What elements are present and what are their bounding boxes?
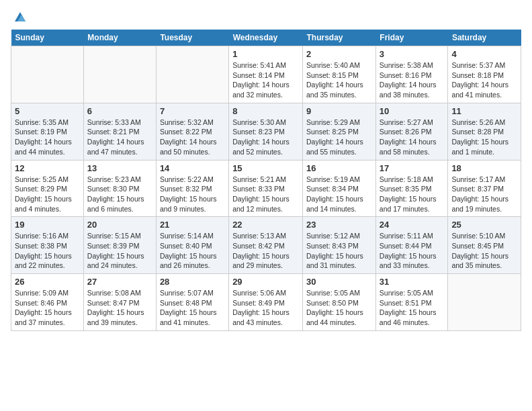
day-cell: 8Sunrise: 5:30 AMSunset: 8:23 PMDaylight…: [229, 103, 303, 160]
day-info: Sunrise: 5:11 AMSunset: 8:44 PMDaylight:…: [380, 231, 445, 271]
day-number: 20: [87, 220, 152, 230]
day-cell: [156, 46, 228, 103]
logo: [11, 8, 27, 24]
day-cell: 5Sunrise: 5:35 AMSunset: 8:19 PMDaylight…: [11, 103, 84, 160]
day-cell: 18Sunrise: 5:17 AMSunset: 8:37 PMDayligh…: [448, 160, 521, 217]
day-cell: 7Sunrise: 5:32 AMSunset: 8:22 PMDaylight…: [156, 103, 228, 160]
day-number: 5: [15, 106, 80, 116]
day-cell: 16Sunrise: 5:19 AMSunset: 8:34 PMDayligh…: [303, 160, 376, 217]
day-info: Sunrise: 5:38 AMSunset: 8:16 PMDaylight:…: [380, 60, 445, 100]
day-cell: 19Sunrise: 5:16 AMSunset: 8:38 PMDayligh…: [11, 217, 84, 274]
day-info: Sunrise: 5:26 AMSunset: 8:28 PMDaylight:…: [451, 118, 517, 157]
day-number: 18: [451, 163, 517, 173]
day-cell: 15Sunrise: 5:21 AMSunset: 8:33 PMDayligh…: [229, 160, 303, 217]
day-info: Sunrise: 5:30 AMSunset: 8:23 PMDaylight:…: [232, 118, 299, 157]
day-info: Sunrise: 5:22 AMSunset: 8:32 PMDaylight:…: [160, 175, 225, 214]
day-cell: 17Sunrise: 5:18 AMSunset: 8:35 PMDayligh…: [375, 160, 448, 217]
day-info: Sunrise: 5:32 AMSunset: 8:22 PMDaylight:…: [160, 118, 225, 157]
week-row: 19Sunrise: 5:16 AMSunset: 8:38 PMDayligh…: [11, 217, 521, 274]
day-cell: [83, 46, 156, 103]
day-cell: 27Sunrise: 5:08 AMSunset: 8:47 PMDayligh…: [83, 274, 156, 331]
day-number: 28: [160, 277, 225, 287]
day-info: Sunrise: 5:25 AMSunset: 8:29 PMDaylight:…: [15, 175, 80, 214]
day-cell: 9Sunrise: 5:29 AMSunset: 8:25 PMDaylight…: [303, 103, 376, 160]
day-cell: 20Sunrise: 5:15 AMSunset: 8:39 PMDayligh…: [83, 217, 156, 274]
logo-icon: [12, 9, 27, 24]
day-number: 25: [451, 220, 517, 230]
day-cell: 14Sunrise: 5:22 AMSunset: 8:32 PMDayligh…: [156, 160, 228, 217]
day-number: 11: [451, 106, 517, 116]
week-row: 12Sunrise: 5:25 AMSunset: 8:29 PMDayligh…: [11, 160, 521, 217]
day-info: Sunrise: 5:37 AMSunset: 8:18 PMDaylight:…: [451, 60, 517, 100]
day-number: 27: [87, 277, 152, 287]
day-number: 23: [306, 220, 372, 230]
day-number: 24: [380, 220, 445, 230]
day-info: Sunrise: 5:07 AMSunset: 8:48 PMDaylight:…: [160, 288, 225, 328]
day-number: 13: [87, 163, 152, 173]
day-cell: 3Sunrise: 5:38 AMSunset: 8:16 PMDaylight…: [375, 46, 448, 103]
day-cell: 1Sunrise: 5:41 AMSunset: 8:14 PMDaylight…: [229, 46, 303, 103]
day-cell: [11, 46, 84, 103]
day-cell: 21Sunrise: 5:14 AMSunset: 8:40 PMDayligh…: [156, 217, 228, 274]
day-number: 22: [232, 220, 299, 230]
day-info: Sunrise: 5:08 AMSunset: 8:47 PMDaylight:…: [87, 288, 152, 328]
day-info: Sunrise: 5:35 AMSunset: 8:19 PMDaylight:…: [15, 118, 80, 157]
weekday-header: Wednesday: [229, 30, 303, 46]
day-number: 2: [306, 49, 372, 59]
day-cell: 30Sunrise: 5:05 AMSunset: 8:50 PMDayligh…: [303, 274, 376, 331]
week-row: 5Sunrise: 5:35 AMSunset: 8:19 PMDaylight…: [11, 103, 521, 160]
day-info: Sunrise: 5:05 AMSunset: 8:51 PMDaylight:…: [380, 288, 445, 328]
weekday-header: Thursday: [303, 30, 376, 46]
day-cell: 12Sunrise: 5:25 AMSunset: 8:29 PMDayligh…: [11, 160, 84, 217]
day-number: 29: [232, 277, 299, 287]
day-info: Sunrise: 5:05 AMSunset: 8:50 PMDaylight:…: [306, 288, 372, 328]
day-number: 14: [160, 163, 225, 173]
day-info: Sunrise: 5:33 AMSunset: 8:21 PMDaylight:…: [87, 118, 152, 157]
day-info: Sunrise: 5:19 AMSunset: 8:34 PMDaylight:…: [306, 175, 372, 214]
day-cell: 29Sunrise: 5:06 AMSunset: 8:49 PMDayligh…: [229, 274, 303, 331]
day-number: 21: [160, 220, 225, 230]
day-cell: 10Sunrise: 5:27 AMSunset: 8:26 PMDayligh…: [375, 103, 448, 160]
day-info: Sunrise: 5:10 AMSunset: 8:45 PMDaylight:…: [451, 231, 517, 271]
day-cell: 2Sunrise: 5:40 AMSunset: 8:15 PMDaylight…: [303, 46, 376, 103]
day-info: Sunrise: 5:14 AMSunset: 8:40 PMDaylight:…: [160, 231, 225, 271]
day-info: Sunrise: 5:29 AMSunset: 8:25 PMDaylight:…: [306, 118, 372, 157]
day-number: 31: [380, 277, 445, 287]
week-row: 26Sunrise: 5:09 AMSunset: 8:46 PMDayligh…: [11, 274, 521, 331]
page: SundayMondayTuesdayWednesdayThursdayFrid…: [0, 0, 532, 338]
day-cell: 28Sunrise: 5:07 AMSunset: 8:48 PMDayligh…: [156, 274, 228, 331]
day-number: 9: [306, 106, 372, 116]
day-number: 3: [380, 49, 445, 59]
day-cell: 13Sunrise: 5:23 AMSunset: 8:30 PMDayligh…: [83, 160, 156, 217]
day-number: 10: [380, 106, 445, 116]
day-number: 16: [306, 163, 372, 173]
day-cell: 22Sunrise: 5:13 AMSunset: 8:42 PMDayligh…: [229, 217, 303, 274]
day-info: Sunrise: 5:09 AMSunset: 8:46 PMDaylight:…: [15, 288, 80, 328]
weekday-header: Saturday: [448, 30, 521, 46]
calendar-table: SundayMondayTuesdayWednesdayThursdayFrid…: [11, 30, 521, 331]
day-cell: 24Sunrise: 5:11 AMSunset: 8:44 PMDayligh…: [375, 217, 448, 274]
day-number: 1: [232, 49, 299, 59]
day-cell: [448, 274, 521, 331]
day-number: 15: [232, 163, 299, 173]
day-cell: 25Sunrise: 5:10 AMSunset: 8:45 PMDayligh…: [448, 217, 521, 274]
day-number: 4: [451, 49, 517, 59]
day-info: Sunrise: 5:21 AMSunset: 8:33 PMDaylight:…: [232, 175, 299, 214]
day-number: 12: [15, 163, 80, 173]
header-row: SundayMondayTuesdayWednesdayThursdayFrid…: [11, 30, 521, 46]
day-number: 7: [160, 106, 225, 116]
day-cell: 11Sunrise: 5:26 AMSunset: 8:28 PMDayligh…: [448, 103, 521, 160]
day-info: Sunrise: 5:16 AMSunset: 8:38 PMDaylight:…: [15, 231, 80, 271]
day-info: Sunrise: 5:41 AMSunset: 8:14 PMDaylight:…: [232, 60, 299, 100]
header: [11, 8, 521, 24]
day-number: 6: [87, 106, 152, 116]
day-number: 17: [380, 163, 445, 173]
day-number: 26: [15, 277, 80, 287]
week-row: 1Sunrise: 5:41 AMSunset: 8:14 PMDaylight…: [11, 46, 521, 103]
day-cell: 26Sunrise: 5:09 AMSunset: 8:46 PMDayligh…: [11, 274, 84, 331]
weekday-header: Friday: [375, 30, 448, 46]
day-cell: 23Sunrise: 5:12 AMSunset: 8:43 PMDayligh…: [303, 217, 376, 274]
day-info: Sunrise: 5:27 AMSunset: 8:26 PMDaylight:…: [380, 118, 445, 157]
day-cell: 6Sunrise: 5:33 AMSunset: 8:21 PMDaylight…: [83, 103, 156, 160]
day-cell: 31Sunrise: 5:05 AMSunset: 8:51 PMDayligh…: [375, 274, 448, 331]
